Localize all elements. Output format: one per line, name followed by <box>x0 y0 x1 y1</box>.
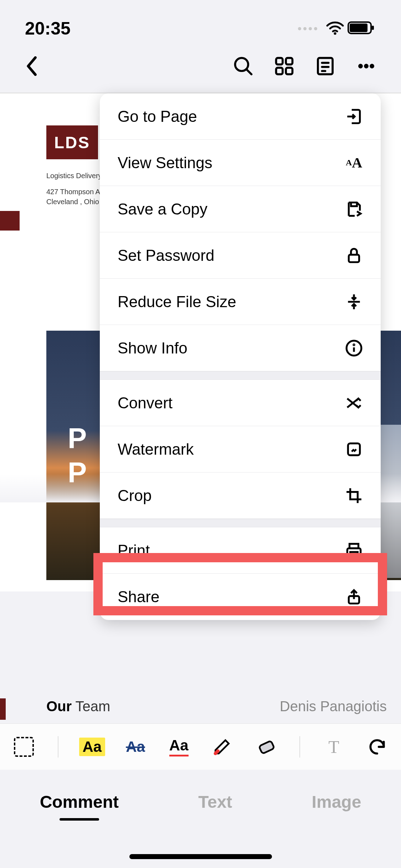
tab-comment[interactable]: Comment <box>40 792 119 812</box>
undo-button[interactable] <box>364 733 390 761</box>
bottom-tabbar: Comment Text Image <box>0 777 401 827</box>
more-menu: Go to Page View Settings AA Save a Copy … <box>100 93 381 620</box>
menu-item-print[interactable]: Print <box>100 527 381 574</box>
battery-icon <box>348 21 376 36</box>
svg-rect-3 <box>372 26 374 30</box>
home-indicator[interactable] <box>129 854 272 859</box>
menu-item-share[interactable]: Share <box>100 574 381 620</box>
menu-item-save-copy[interactable]: Save a Copy <box>100 186 381 232</box>
menu-label: Save a Copy <box>118 200 207 218</box>
watermark-icon <box>345 440 363 458</box>
menu-item-goto-page[interactable]: Go to Page <box>100 93 381 140</box>
section-heading: Team <box>76 698 110 714</box>
print-icon <box>345 542 363 559</box>
menu-item-set-password[interactable]: Set Password <box>100 232 381 279</box>
top-toolbar <box>0 46 401 93</box>
svg-point-21 <box>354 344 354 345</box>
status-bar: 20:35 <box>0 0 401 46</box>
convert-icon <box>345 394 363 412</box>
highlight-button[interactable]: Aa <box>79 733 106 761</box>
document-section-peek: Our Team Denis Panagiotis <box>46 698 387 720</box>
search-button[interactable] <box>233 56 253 77</box>
menu-label: Set Password <box>118 247 214 264</box>
compress-icon <box>345 293 363 311</box>
menu-label: Show Info <box>118 339 187 357</box>
signal-dots-icon <box>298 27 317 30</box>
menu-item-convert[interactable]: Convert <box>100 380 381 426</box>
menu-item-view-settings[interactable]: View Settings AA <box>100 140 381 186</box>
crop-icon <box>345 487 363 505</box>
menu-label: Crop <box>118 487 151 505</box>
hero-text-line: P <box>68 422 87 454</box>
menu-label: Print <box>118 542 150 559</box>
menu-item-watermark[interactable]: Watermark <box>100 426 381 472</box>
back-button[interactable] <box>25 56 39 77</box>
status-indicators <box>298 21 376 36</box>
text-size-icon: AA <box>345 154 363 172</box>
svg-point-0 <box>334 32 336 35</box>
select-rect-button[interactable] <box>11 733 37 761</box>
grid-view-button[interactable] <box>274 56 294 77</box>
menu-separator <box>100 519 381 527</box>
svg-rect-6 <box>276 58 283 64</box>
svg-point-15 <box>364 64 368 68</box>
info-icon <box>345 339 363 357</box>
annotation-toolbar: Aa Aa Aa T <box>0 723 401 770</box>
outline-button[interactable] <box>315 56 335 77</box>
menu-item-crop[interactable]: Crop <box>100 472 381 519</box>
svg-rect-2 <box>350 24 367 32</box>
lock-icon <box>345 247 363 264</box>
svg-point-14 <box>359 64 363 68</box>
tab-text[interactable]: Text <box>198 792 232 812</box>
menu-label: Convert <box>118 394 173 412</box>
svg-point-16 <box>370 64 374 68</box>
save-icon <box>345 200 363 218</box>
toolbar-divider <box>299 736 300 758</box>
svg-rect-17 <box>349 254 359 262</box>
menu-label: View Settings <box>118 154 212 172</box>
more-button[interactable] <box>356 56 376 77</box>
menu-label: Share <box>118 588 159 606</box>
section-text: Denis Panagiotis <box>280 698 387 720</box>
menu-label: Reduce File Size <box>118 293 236 311</box>
status-time: 20:35 <box>25 18 71 39</box>
section-heading-bold: Our <box>46 698 72 714</box>
document-logo: LDS <box>46 125 98 159</box>
goto-page-icon <box>345 108 363 125</box>
menu-separator <box>100 371 381 380</box>
share-icon <box>345 588 363 606</box>
strikethrough-button[interactable]: Aa <box>122 733 149 761</box>
accent-strip <box>0 698 6 720</box>
pen-button[interactable] <box>209 733 236 761</box>
menu-item-show-info[interactable]: Show Info <box>100 325 381 371</box>
svg-rect-8 <box>276 68 283 74</box>
menu-label: Go to Page <box>118 108 197 125</box>
underline-button[interactable]: Aa <box>166 733 192 761</box>
svg-rect-29 <box>259 740 274 754</box>
wifi-icon <box>326 21 344 36</box>
toolbar-divider <box>58 736 58 758</box>
eraser-button[interactable] <box>252 733 279 761</box>
text-insert-button[interactable]: T <box>321 733 347 761</box>
tab-image[interactable]: Image <box>312 792 361 812</box>
svg-rect-9 <box>286 68 292 74</box>
accent-block <box>0 211 20 231</box>
menu-item-reduce-file-size[interactable]: Reduce File Size <box>100 279 381 325</box>
menu-label: Watermark <box>118 440 194 458</box>
svg-rect-7 <box>286 58 292 64</box>
svg-line-5 <box>247 69 252 74</box>
